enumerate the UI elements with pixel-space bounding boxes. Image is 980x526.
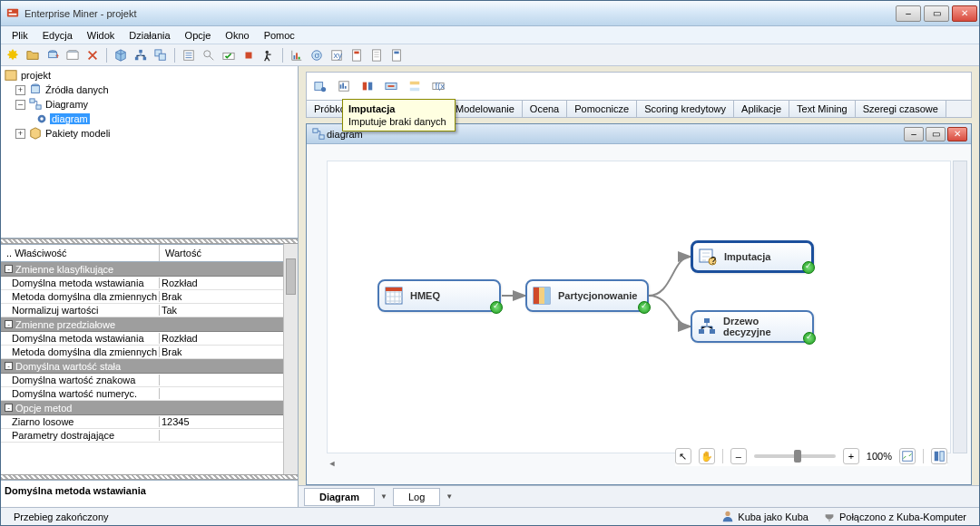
property-row[interactable]: Domyślna wartość numeryc. bbox=[1, 387, 298, 401]
canvas-scrollbar-v[interactable] bbox=[953, 161, 967, 453]
property-row[interactable]: Parametry dostrajające bbox=[1, 429, 298, 443]
variable-icon[interactable]: xy bbox=[328, 47, 345, 63]
menu-plik[interactable]: Plik bbox=[5, 28, 35, 43]
svg-rect-17 bbox=[296, 53, 298, 59]
list-icon[interactable] bbox=[181, 47, 197, 63]
svg-rect-49 bbox=[386, 287, 402, 291]
tree-data-sources[interactable]: + Źródła danych bbox=[3, 83, 296, 97]
property-row[interactable]: Metoda domyślna dla zmiennychBrak bbox=[1, 346, 298, 359]
folder-icon[interactable] bbox=[24, 47, 41, 63]
status-connection: Połączono z Kuba-Komputer bbox=[816, 510, 974, 524]
window-icon[interactable] bbox=[152, 47, 169, 63]
project-tree[interactable]: projekt + Źródła danych – Diagramy diagr… bbox=[1, 66, 298, 239]
menu-okno[interactable]: Okno bbox=[218, 28, 256, 43]
search-icon[interactable] bbox=[201, 47, 217, 63]
property-row[interactable]: Normalizuj wartościTak bbox=[1, 304, 298, 317]
tab-szeregi[interactable]: Szeregi czasowe bbox=[856, 101, 946, 117]
run-icon[interactable] bbox=[260, 47, 277, 63]
palette-btn-1[interactable] bbox=[310, 76, 330, 96]
new-icon[interactable] bbox=[5, 47, 21, 63]
palette-btn-3[interactable] bbox=[358, 76, 377, 96]
diagram-canvas[interactable]: HMEQ Partycjonowanie ? Imputacja bbox=[327, 161, 951, 453]
zoom-fit-icon[interactable] bbox=[899, 448, 916, 464]
tree-diagram-item[interactable]: diagram bbox=[3, 112, 296, 126]
check-icon[interactable] bbox=[220, 47, 237, 63]
dropdown-icon[interactable]: ▼ bbox=[380, 492, 387, 501]
tab-textmining[interactable]: Text Mining bbox=[789, 101, 856, 117]
property-row[interactable]: Ziarno losowe12345 bbox=[1, 415, 298, 429]
expand-icon[interactable]: + bbox=[15, 85, 25, 95]
palette-btn-2[interactable] bbox=[334, 76, 354, 96]
palette-btn-5[interactable] bbox=[405, 76, 425, 96]
doc-blue-icon[interactable] bbox=[388, 47, 405, 63]
tree-root[interactable]: projekt bbox=[3, 68, 296, 83]
dropdown-icon[interactable]: ▼ bbox=[446, 492, 453, 501]
property-group[interactable]: -Zmienne klasyfikujące bbox=[1, 262, 298, 277]
node-partition[interactable]: Partycjonowanie bbox=[525, 279, 649, 312]
svg-rect-14 bbox=[246, 52, 252, 58]
inner-minimize-button[interactable]: – bbox=[904, 127, 924, 141]
menu-widok[interactable]: Widok bbox=[80, 28, 122, 43]
tree-model-packages[interactable]: + Pakiety modeli bbox=[3, 126, 296, 141]
palette-btn-4[interactable] bbox=[381, 76, 401, 96]
property-row[interactable]: Domyślna metoda wstawianiaRozkład bbox=[1, 332, 298, 346]
menu-dzialania[interactable]: Działania bbox=[122, 28, 177, 43]
menubar: Plik Edycja Widok Działania Opcje Okno P… bbox=[1, 26, 979, 44]
svg-rect-61 bbox=[935, 452, 938, 462]
zoom-in-icon[interactable]: + bbox=[843, 448, 859, 464]
chart-icon[interactable] bbox=[289, 47, 305, 63]
open-icon[interactable] bbox=[64, 47, 81, 63]
tab-ocena[interactable]: Ocena bbox=[523, 101, 567, 117]
property-sheet[interactable]: .. Właściwość Wartość -Zmienne klasyfiku… bbox=[1, 244, 298, 474]
tree-diagrams[interactable]: – Diagramy bbox=[3, 97, 296, 112]
svg-rect-39 bbox=[368, 83, 372, 91]
project-icon bbox=[5, 69, 17, 82]
bottom-tab-diagram[interactable]: Diagram bbox=[304, 488, 375, 506]
node-imputation[interactable]: ? Imputacja bbox=[691, 240, 814, 273]
expand-icon[interactable]: + bbox=[15, 129, 25, 139]
close-button[interactable]: ✕ bbox=[952, 5, 977, 22]
minimize-button[interactable]: – bbox=[896, 5, 921, 22]
overview-icon[interactable] bbox=[931, 448, 947, 464]
stop-icon[interactable] bbox=[240, 47, 257, 63]
property-group[interactable]: -Opcje metod bbox=[1, 401, 298, 415]
bottom-tab-log[interactable]: Log bbox=[393, 488, 440, 506]
diagram-title-icon bbox=[312, 128, 325, 141]
pointer-icon[interactable]: ↖ bbox=[675, 448, 691, 464]
node-hmeq[interactable]: HMEQ bbox=[377, 279, 501, 312]
palette-btn-6[interactable]: f(x) bbox=[428, 76, 448, 96]
property-group[interactable]: -Zmienne przedziałowe bbox=[1, 317, 298, 332]
property-group[interactable]: -Domyślna wartość stała bbox=[1, 359, 298, 374]
doc-red-icon[interactable] bbox=[348, 47, 365, 63]
doc-white-icon[interactable] bbox=[368, 47, 385, 63]
tab-pomocnicze[interactable]: Pomocnicze bbox=[567, 101, 637, 117]
tab-probkowanie[interactable]: Próbkowanie bbox=[307, 101, 345, 117]
tab-aplikacje[interactable]: Aplikacje bbox=[734, 101, 789, 117]
delete-icon[interactable] bbox=[84, 47, 101, 63]
explore-icon[interactable]: σ bbox=[309, 47, 325, 63]
scroll-left-icon[interactable]: ◄ bbox=[327, 458, 338, 469]
property-row[interactable]: Domyślna wartość znakowa bbox=[1, 374, 298, 387]
property-row[interactable]: Domyślna metoda wstawianiaRozkład bbox=[1, 277, 298, 290]
tree-diagram-label: diagram bbox=[50, 113, 90, 124]
zoom-slider[interactable] bbox=[754, 454, 836, 458]
menu-edycja[interactable]: Edycja bbox=[35, 28, 80, 43]
node-decision-tree[interactable]: Drzewo decyzyjne bbox=[691, 310, 814, 343]
menu-opcje[interactable]: Opcje bbox=[178, 28, 219, 43]
pan-icon[interactable]: ✋ bbox=[699, 448, 715, 464]
scrollbar[interactable] bbox=[283, 244, 298, 474]
property-row[interactable]: Metoda domyślna dla zmiennychBrak bbox=[1, 290, 298, 304]
add-ds-icon[interactable]: + bbox=[44, 47, 61, 63]
tab-scoring[interactable]: Scoring kredytowy bbox=[637, 101, 734, 117]
zoom-out-icon[interactable]: – bbox=[730, 448, 747, 464]
maximize-button[interactable]: ▭ bbox=[924, 5, 949, 22]
collapse-icon[interactable]: – bbox=[15, 100, 25, 110]
menu-pomoc[interactable]: Pomoc bbox=[257, 28, 302, 43]
titlebar[interactable]: Enterprise Miner - projekt – ▭ ✕ bbox=[1, 1, 979, 26]
cube-icon[interactable] bbox=[113, 47, 129, 63]
node-hmeq-label: HMEQ bbox=[410, 290, 495, 301]
inner-maximize-button[interactable]: ▭ bbox=[926, 127, 946, 141]
tree-icon[interactable] bbox=[132, 47, 149, 63]
tab-modelowanie[interactable]: Modelowanie bbox=[448, 101, 523, 117]
inner-close-button[interactable]: ✕ bbox=[947, 127, 967, 141]
